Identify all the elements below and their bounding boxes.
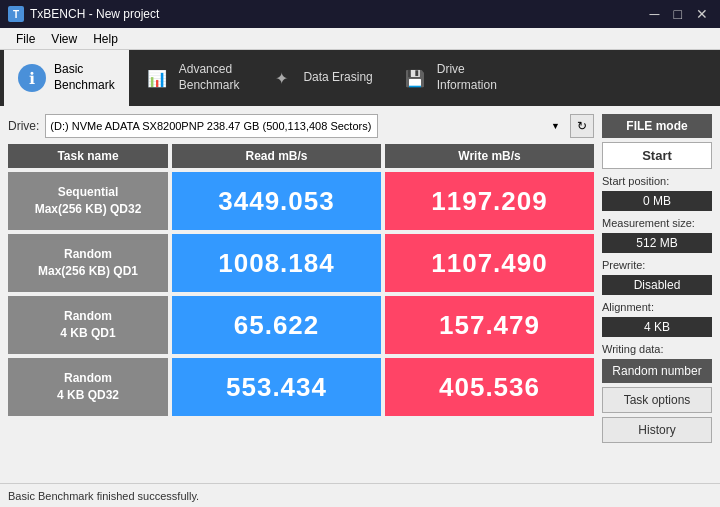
writing-data-label: Writing data: [602, 343, 712, 355]
start-position-label: Start position: [602, 175, 712, 187]
menu-bar: File View Help [0, 28, 720, 50]
prewrite-label: Prewrite: [602, 259, 712, 271]
measurement-size-label: Measurement size: [602, 217, 712, 229]
toolbar-advanced-benchmark[interactable]: 📊 AdvancedBenchmark [129, 50, 254, 106]
row-label-0: SequentialMax(256 KB) QD32 [8, 172, 168, 230]
file-mode-button[interactable]: FILE mode [602, 114, 712, 138]
table-row: SequentialMax(256 KB) QD32 3449.053 1197… [8, 172, 594, 230]
window-controls: ─ □ ✕ [646, 6, 712, 22]
menu-view[interactable]: View [43, 30, 85, 48]
read-cell-1: 1008.184 [172, 234, 381, 292]
drive-refresh-button[interactable]: ↻ [570, 114, 594, 138]
drive-select-wrapper: (D:) NVMe ADATA SX8200PNP 238.47 GB (500… [45, 114, 564, 138]
alignment-value: 4 KB [602, 317, 712, 337]
row-label-2: Random4 KB QD1 [8, 296, 168, 354]
drive-label: Drive: [8, 119, 39, 133]
row-label-3: Random4 KB QD32 [8, 358, 168, 416]
side-panel: FILE mode Start Start position: 0 MB Mea… [602, 114, 712, 475]
basic-benchmark-icon: ℹ [18, 64, 46, 92]
app-icon: T [8, 6, 24, 22]
write-cell-1: 1107.490 [385, 234, 594, 292]
read-cell-2: 65.622 [172, 296, 381, 354]
basic-benchmark-label: BasicBenchmark [54, 62, 115, 93]
toolbar-basic-benchmark[interactable]: ℹ BasicBenchmark [4, 50, 129, 106]
prewrite-value: Disabled [602, 275, 712, 295]
toolbar-drive-information[interactable]: 💾 DriveInformation [387, 50, 511, 106]
toolbar-data-erasing[interactable]: ✦ Data Erasing [253, 50, 386, 106]
alignment-label: Alignment: [602, 301, 712, 313]
status-text: Basic Benchmark finished successfully. [8, 490, 199, 502]
table-header: Task name Read mB/s Write mB/s [8, 144, 594, 168]
window-title: TxBENCH - New project [30, 7, 159, 21]
measurement-size-value: 512 MB [602, 233, 712, 253]
data-erasing-icon: ✦ [267, 64, 295, 92]
header-task-name: Task name [8, 144, 168, 168]
write-cell-3: 405.536 [385, 358, 594, 416]
minimize-button[interactable]: ─ [646, 6, 664, 22]
advanced-benchmark-label: AdvancedBenchmark [179, 62, 240, 93]
writing-data-button[interactable]: Random number [602, 359, 712, 383]
data-erasing-label: Data Erasing [303, 70, 372, 86]
title-bar: T TxBENCH - New project ─ □ ✕ [0, 0, 720, 28]
drive-select[interactable]: (D:) NVMe ADATA SX8200PNP 238.47 GB (500… [45, 114, 378, 138]
drive-information-icon: 💾 [401, 64, 429, 92]
history-button[interactable]: History [602, 417, 712, 443]
read-cell-3: 553.434 [172, 358, 381, 416]
table-row: Random4 KB QD1 65.622 157.479 [8, 296, 594, 354]
write-cell-0: 1197.209 [385, 172, 594, 230]
maximize-button[interactable]: □ [670, 6, 686, 22]
task-options-button[interactable]: Task options [602, 387, 712, 413]
close-button[interactable]: ✕ [692, 6, 712, 22]
header-read: Read mB/s [172, 144, 381, 168]
header-write: Write mB/s [385, 144, 594, 168]
toolbar: ℹ BasicBenchmark 📊 AdvancedBenchmark ✦ D… [0, 50, 720, 106]
row-label-1: RandomMax(256 KB) QD1 [8, 234, 168, 292]
start-button[interactable]: Start [602, 142, 712, 169]
benchmark-table: Task name Read mB/s Write mB/s Sequentia… [8, 144, 594, 475]
menu-file[interactable]: File [8, 30, 43, 48]
status-bar: Basic Benchmark finished successfully. [0, 483, 720, 507]
drive-information-label: DriveInformation [437, 62, 497, 93]
start-position-value: 0 MB [602, 191, 712, 211]
content-area: Drive: (D:) NVMe ADATA SX8200PNP 238.47 … [0, 106, 720, 483]
write-cell-2: 157.479 [385, 296, 594, 354]
read-cell-0: 3449.053 [172, 172, 381, 230]
table-row: RandomMax(256 KB) QD1 1008.184 1107.490 [8, 234, 594, 292]
main-panel: Drive: (D:) NVMe ADATA SX8200PNP 238.47 … [8, 114, 594, 475]
advanced-benchmark-icon: 📊 [143, 64, 171, 92]
menu-help[interactable]: Help [85, 30, 126, 48]
drive-bar: Drive: (D:) NVMe ADATA SX8200PNP 238.47 … [8, 114, 594, 138]
table-row: Random4 KB QD32 553.434 405.536 [8, 358, 594, 416]
